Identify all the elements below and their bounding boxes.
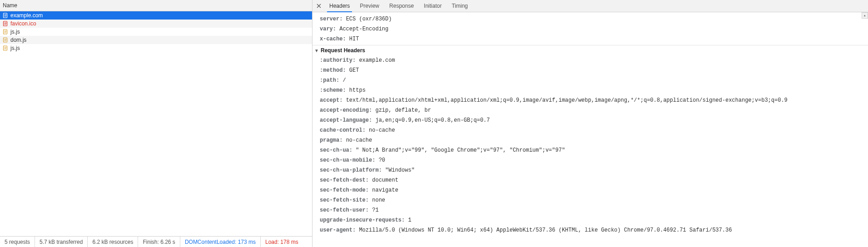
header-value: ?0 [379, 157, 385, 163]
header-line: user-agentMozilla/5.0 (Windows NT 10.0; … [312, 225, 868, 235]
disclosure-triangle-icon: ▼ [314, 48, 319, 53]
status-requests: 5 requests [0, 237, 35, 247]
header-value: ?1 [372, 207, 378, 213]
request-name: favicon.ico [10, 20, 36, 27]
header-name: accept [320, 97, 346, 104]
request-row[interactable]: dom.js [0, 36, 312, 44]
header-value: https [349, 87, 366, 94]
request-name: example.com [10, 12, 43, 19]
header-line: serverECS (oxr/836D) [312, 14, 868, 24]
header-line: sec-fetch-modenavigate [312, 185, 868, 195]
header-name: accept-encoding [320, 107, 375, 114]
request-headers-section[interactable]: ▼ Request Headers [312, 45, 868, 55]
header-line: :methodGET [312, 65, 868, 75]
request-row[interactable]: js.js [0, 44, 312, 52]
header-value: document [372, 177, 398, 183]
status-domcontentloaded: DOMContentLoaded: 173 ms [180, 237, 261, 247]
close-detail-button[interactable] [314, 1, 323, 10]
header-value: ja,en;q=0.9,en-US;q=0.8,en-GB;q=0.7 [375, 117, 490, 124]
header-value: ECS (oxr/836D) [346, 16, 392, 22]
header-line: sec-ch-ua-platform"Windows" [312, 165, 868, 175]
header-value: GET [349, 67, 359, 74]
status-load: Load: 178 ms [261, 237, 303, 247]
header-value: 1 [408, 217, 411, 223]
header-line: upgrade-insecure-requests1 [312, 215, 868, 225]
header-value: navigate [372, 187, 398, 193]
header-name: :method [320, 67, 349, 74]
status-finish-value: 6.26 s [160, 239, 175, 245]
header-name: sec-ch-ua-platform [320, 167, 385, 173]
status-finish-label: Finish: [143, 239, 159, 245]
status-transferred: 5.7 kB transferred [35, 237, 88, 247]
header-line: varyAccept-Encoding [312, 24, 868, 34]
header-value: none [372, 197, 385, 203]
request-list[interactable]: example.comfavicon.icojs.jsdom.jsjs.js [0, 11, 312, 236]
header-name: vary [320, 26, 339, 32]
header-line: x-cacheHIT [312, 34, 868, 44]
header-line: accepttext/html,application/xhtml+xml,ap… [312, 95, 868, 105]
tab-headers[interactable]: Headers [324, 0, 355, 12]
header-name: cache-control [320, 127, 369, 133]
request-name: dom.js [10, 37, 26, 43]
document-file-icon [3, 13, 8, 18]
header-line: accept-encodinggzip, deflate, br [312, 105, 868, 115]
header-value: no-cache [346, 137, 372, 143]
status-load-label: Load: [265, 239, 279, 245]
header-line: :path/ [312, 75, 868, 85]
request-headers-title: Request Headers [321, 47, 365, 54]
header-name: sec-fetch-dest [320, 177, 372, 183]
script-file-icon [3, 45, 8, 51]
script-file-icon [3, 37, 8, 43]
header-value: " Not;A Brand";v="99", "Google Chrome";v… [356, 147, 565, 153]
header-name: :scheme [320, 87, 349, 94]
header-name: accept-language [320, 117, 375, 124]
close-icon [317, 4, 321, 8]
other-file-icon [3, 21, 8, 26]
header-name: server [320, 16, 346, 22]
header-value: HIT [349, 36, 359, 42]
headers-panel-body[interactable]: serverECS (oxr/836D)varyAccept-Encodingx… [312, 12, 868, 247]
tab-response[interactable]: Response [384, 0, 419, 12]
scroll-up-arrow-icon[interactable]: ▴ [862, 12, 868, 19]
header-value: Accept-Encoding [339, 26, 388, 32]
tab-initiator[interactable]: Initiator [419, 0, 446, 12]
column-header-name[interactable]: Name [0, 0, 312, 11]
header-line: pragmano-cache [312, 135, 868, 145]
status-finish: Finish: 6.26 s [138, 237, 180, 247]
detail-tabs: HeadersPreviewResponseInitiatorTiming [312, 0, 868, 12]
request-row[interactable]: example.com [0, 11, 312, 20]
header-name: upgrade-insecure-requests [320, 217, 408, 223]
header-value: Mozilla/5.0 (Windows NT 10.0; Win64; x64… [359, 227, 732, 233]
header-line: sec-fetch-user?1 [312, 205, 868, 215]
script-file-icon [3, 29, 8, 35]
tab-timing[interactable]: Timing [446, 0, 473, 12]
request-row[interactable]: js.js [0, 28, 312, 36]
header-name: user-agent [320, 227, 359, 233]
request-name: js.js [10, 45, 20, 51]
header-name: x-cache [320, 36, 349, 42]
request-name: js.js [10, 29, 20, 35]
header-line: sec-ch-ua" Not;A Brand";v="99", "Google … [312, 145, 868, 155]
header-name: sec-fetch-user [320, 207, 372, 213]
header-value: gzip, deflate, br [375, 107, 431, 114]
header-value: example.com [359, 57, 395, 64]
request-list-pane: Name example.comfavicon.icojs.jsdom.jsjs… [0, 0, 312, 247]
header-name: sec-ch-ua-mobile [320, 157, 379, 163]
header-line: sec-ch-ua-mobile?0 [312, 155, 868, 165]
devtools-network-panel: Name example.comfavicon.icojs.jsdom.jsjs… [0, 0, 868, 247]
header-line: cache-controlno-cache [312, 125, 868, 135]
header-line: accept-languageja,en;q=0.9,en-US;q=0.8,e… [312, 115, 868, 125]
request-detail-pane: HeadersPreviewResponseInitiatorTiming ▴ … [312, 0, 868, 247]
header-value: text/html,application/xhtml+xml,applicat… [346, 97, 788, 104]
request-row[interactable]: favicon.ico [0, 20, 312, 28]
header-value: no-cache [369, 127, 395, 133]
header-name: :authority [320, 57, 359, 64]
header-name: :path [320, 77, 342, 84]
status-bar: 5 requests 5.7 kB transferred 6.2 kB res… [0, 236, 312, 247]
header-name: pragma [320, 137, 346, 143]
header-line: sec-fetch-sitenone [312, 195, 868, 205]
status-dcl-value: 173 ms [238, 239, 256, 245]
tab-preview[interactable]: Preview [355, 0, 384, 12]
header-value: "Windows" [385, 167, 415, 173]
status-resources: 6.2 kB resources [88, 237, 138, 247]
